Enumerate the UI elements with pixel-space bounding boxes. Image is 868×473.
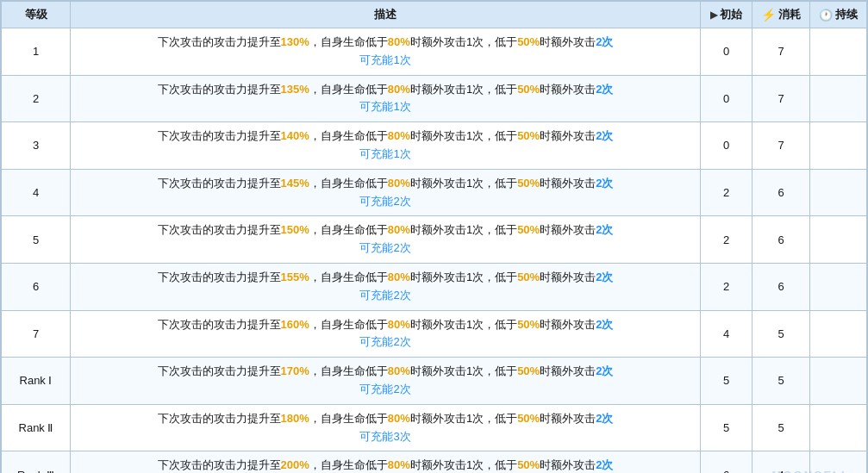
highlight-2times: 2次 (596, 364, 613, 377)
cell-level: 1 (2, 28, 71, 76)
charge-text: 可充能2次 (79, 333, 691, 352)
cell-persist (810, 169, 867, 216)
table-row: 3下次攻击的攻击力提升至140%，自身生命低于80%时额外攻击1次，低于50%时… (2, 122, 867, 170)
table-row: 1下次攻击的攻击力提升至130%，自身生命低于80%时额外攻击1次，低于50%时… (2, 28, 867, 76)
highlight-percent: 130% (281, 35, 309, 48)
cell-cost: 5 (752, 358, 810, 405)
cell-initial: 2 (701, 263, 752, 310)
cell-level: 5 (2, 216, 71, 264)
charge-text: 可充能1次 (79, 52, 691, 70)
highlight-2times: 2次 (596, 223, 613, 236)
highlight-50pct: 50% (517, 458, 540, 471)
highlight-2times: 2次 (596, 35, 613, 48)
highlight-2times: 2次 (596, 318, 613, 331)
cell-cost: 6 (752, 263, 810, 310)
charge-text: 可充能2次 (79, 287, 691, 305)
header-initial: ▶ 初始 (701, 2, 752, 28)
table-row: 4下次攻击的攻击力提升至145%，自身生命低于80%时额外攻击1次，低于50%时… (2, 169, 867, 216)
header-cost: ⚡ 消耗 (752, 2, 810, 28)
charge-text: 可充能1次 (79, 98, 691, 116)
table-row: 6下次攻击的攻击力提升至155%，自身生命低于80%时额外攻击1次，低于50%时… (2, 263, 867, 310)
cell-description: 下次攻击的攻击力提升至150%，自身生命低于80%时额外攻击1次，低于50%时额… (71, 216, 701, 264)
highlight-percent: 140% (281, 129, 309, 142)
cell-level: 2 (2, 75, 71, 122)
cell-description: 下次攻击的攻击力提升至135%，自身生命低于80%时额外攻击1次，低于50%时额… (71, 75, 701, 122)
table-row: 5下次攻击的攻击力提升至150%，自身生命低于80%时额外攻击1次，低于50%时… (2, 216, 867, 264)
cell-persist (810, 122, 867, 170)
table-row: 7下次攻击的攻击力提升至160%，自身生命低于80%时额外攻击1次，低于50%时… (2, 310, 867, 358)
cell-persist (810, 263, 867, 310)
skill-table: 等级 描述 ▶ 初始 ⚡ 消耗 (1, 1, 867, 473)
highlight-50pct: 50% (517, 35, 540, 48)
highlight-percent: 150% (281, 223, 309, 236)
cell-persist (810, 451, 867, 473)
cell-level: Rank Ⅲ (2, 451, 71, 473)
cell-persist (810, 310, 867, 358)
highlight-80pct: 80% (388, 364, 410, 377)
highlight-80pct: 80% (388, 83, 410, 96)
cell-description: 下次攻击的攻击力提升至130%，自身生命低于80%时额外攻击1次，低于50%时额… (71, 28, 701, 76)
highlight-50pct: 50% (517, 129, 540, 142)
highlight-2times: 2次 (596, 458, 613, 471)
highlight-80pct: 80% (388, 458, 410, 471)
arrow-right-icon: ▶ (710, 9, 717, 21)
cell-initial: 4 (701, 310, 752, 358)
cell-persist (810, 28, 867, 76)
highlight-2times: 2次 (596, 412, 613, 425)
highlight-percent: 155% (281, 271, 309, 283)
cell-cost: 6 (752, 169, 810, 216)
cell-level: Rank Ⅰ (2, 358, 71, 405)
charge-text: 可充能1次 (79, 146, 691, 164)
table-body: 1下次攻击的攻击力提升至130%，自身生命低于80%时额外攻击1次，低于50%时… (2, 28, 867, 474)
clock-icon: 🕐 (819, 9, 833, 22)
charge-text: 可充能2次 (79, 240, 691, 258)
header-level: 等级 (2, 2, 71, 28)
cell-persist (810, 216, 867, 264)
cell-cost: 7 (752, 28, 810, 76)
highlight-2times: 2次 (596, 271, 613, 283)
highlight-percent: 160% (281, 318, 309, 331)
table-row: Rank Ⅱ下次攻击的攻击力提升至180%，自身生命低于80%时额外攻击1次，低… (2, 404, 867, 451)
highlight-80pct: 80% (388, 318, 410, 331)
highlight-2times: 2次 (596, 177, 613, 190)
highlight-50pct: 50% (517, 318, 540, 331)
highlight-80pct: 80% (388, 177, 410, 190)
cell-initial: 0 (701, 122, 752, 170)
highlight-50pct: 50% (517, 177, 540, 190)
cell-level: Rank Ⅱ (2, 404, 71, 451)
highlight-percent: 135% (281, 83, 309, 96)
cell-cost: 4 (752, 451, 810, 473)
highlight-50pct: 50% (517, 364, 540, 377)
header-persist: 🕐 持续 (810, 2, 867, 28)
cell-initial: 0 (701, 28, 752, 76)
highlight-50pct: 50% (517, 223, 540, 236)
charge-text: 可充能3次 (79, 428, 691, 446)
highlight-80pct: 80% (388, 271, 410, 283)
highlight-80pct: 80% (388, 223, 410, 236)
highlight-2times: 2次 (596, 129, 613, 142)
highlight-percent: 145% (281, 177, 309, 190)
cell-description: 下次攻击的攻击力提升至180%，自身生命低于80%时额外攻击1次，低于50%时额… (71, 404, 701, 451)
cell-level: 6 (2, 263, 71, 310)
cell-initial: 2 (701, 216, 752, 264)
cell-initial: 6 (701, 451, 752, 473)
cell-initial: 5 (701, 404, 752, 451)
cell-initial: 5 (701, 358, 752, 405)
skill-table-wrapper: 等级 描述 ▶ 初始 ⚡ 消耗 (0, 0, 868, 473)
highlight-80pct: 80% (388, 35, 410, 48)
highlight-80pct: 80% (388, 412, 410, 425)
cell-cost: 7 (752, 122, 810, 170)
header-description: 描述 (71, 2, 701, 28)
cell-initial: 0 (701, 75, 752, 122)
table-header-row: 等级 描述 ▶ 初始 ⚡ 消耗 (2, 2, 867, 28)
highlight-50pct: 50% (517, 412, 540, 425)
table-row: Rank Ⅰ下次攻击的攻击力提升至170%，自身生命低于80%时额外攻击1次，低… (2, 358, 867, 405)
cell-level: 4 (2, 169, 71, 216)
cell-description: 下次攻击的攻击力提升至140%，自身生命低于80%时额外攻击1次，低于50%时额… (71, 122, 701, 170)
highlight-percent: 180% (281, 412, 309, 425)
highlight-50pct: 50% (517, 271, 540, 283)
table-row: Rank Ⅲ下次攻击的攻击力提升至200%，自身生命低于80%时额外攻击1次，低… (2, 451, 867, 473)
cell-description: 下次攻击的攻击力提升至145%，自身生命低于80%时额外攻击1次，低于50%时额… (71, 169, 701, 216)
highlight-percent: 200% (281, 458, 309, 471)
cell-cost: 7 (752, 75, 810, 122)
